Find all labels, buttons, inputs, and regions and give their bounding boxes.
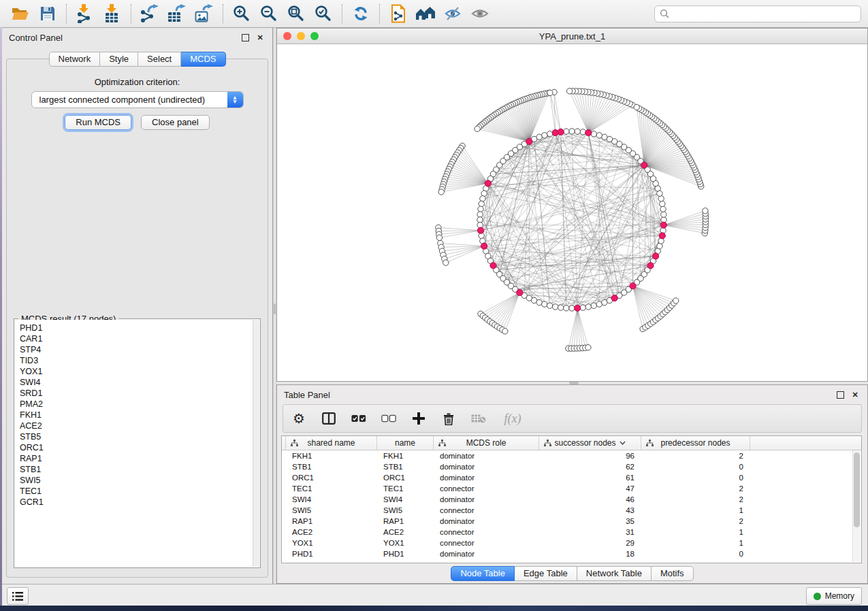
mcds-hub-node[interactable] [575,305,581,311]
export-network-button[interactable] [136,2,163,25]
network-node[interactable] [536,299,542,305]
network-node[interactable] [443,260,449,265]
network-node[interactable] [585,345,591,350]
network-node[interactable] [553,304,558,310]
mcds-result-item[interactable]: PMA2 [20,399,259,410]
network-node[interactable] [547,131,553,137]
network-node[interactable] [477,212,483,217]
mcds-result-item[interactable]: STB1 [20,464,259,475]
network-node[interactable] [591,303,596,308]
mcds-hub-node[interactable] [485,180,491,186]
mcds-hub-node[interactable] [630,283,636,289]
mcds-result-item[interactable]: STB5 [20,431,259,442]
network-graph[interactable] [277,44,867,382]
scrollbar-thumb[interactable] [854,452,860,527]
close-panel-icon[interactable]: ✕ [255,32,266,43]
zoom-out-button[interactable] [255,2,283,25]
mcds-hub-node[interactable] [490,263,496,269]
table-row[interactable]: SWI5SWI5connector431 [282,505,861,516]
show-networks-button[interactable] [412,2,439,25]
mcds-hub-node[interactable] [660,222,666,228]
network-node[interactable] [569,129,575,134]
mcds-result-item[interactable]: YOX1 [20,366,259,377]
tab-style[interactable]: Style [100,52,138,67]
mcds-result-item[interactable]: CAR1 [20,333,259,344]
mcds-result-item[interactable]: RAP1 [20,453,259,464]
run-mcds-button[interactable]: Run MCDS [65,115,131,130]
network-node[interactable] [596,301,602,307]
mcds-hub-node[interactable] [526,138,532,144]
optimization-criterion-select[interactable]: largest connected component (undirected)… [31,91,244,108]
mcds-result-item[interactable]: STP4 [20,344,259,355]
network-node[interactable] [475,126,480,131]
float-panel-icon[interactable] [835,389,846,400]
column-header-predecessor-nodes[interactable]: predecessor nodes [641,436,750,450]
network-node[interactable] [480,196,485,201]
memory-button[interactable]: Memory [806,587,862,605]
mcds-list-scrollbar[interactable] [253,320,259,567]
mcds-hub-node[interactable] [481,243,487,249]
network-node[interactable] [596,133,602,138]
table-settings-button[interactable]: ⚙ [291,411,306,426]
network-node[interactable] [657,244,662,249]
select-all-button[interactable] [351,411,366,426]
table-row[interactable]: PHD1PHD1dominator180 [282,548,861,559]
column-header-successor-nodes[interactable]: successor nodes [539,436,641,450]
network-node[interactable] [569,306,575,311]
mcds-hub-node[interactable] [611,295,617,301]
network-node[interactable] [502,329,508,334]
tab-network[interactable]: Network [48,52,100,67]
network-node[interactable] [436,235,442,240]
network-node[interactable] [477,217,483,222]
export-table-button[interactable] [163,2,191,25]
delete-column-button[interactable] [441,411,456,426]
network-node[interactable] [479,201,484,206]
mcds-hub-node[interactable] [659,233,665,239]
open-button[interactable] [7,2,34,25]
mcds-result-list[interactable]: PHD1CAR1STP4TID3YOX1SWI4SRD1PMA2FKH1ACE2… [15,320,259,567]
mcds-result-item[interactable]: FKH1 [20,410,259,420]
table-row[interactable]: YOX1YOX1connector291 [282,538,861,548]
save-button[interactable] [34,2,61,25]
network-node[interactable] [658,196,664,201]
tab-network-table[interactable]: Network Table [577,566,652,581]
float-panel-icon[interactable] [240,32,251,43]
show-columns-button[interactable] [321,411,336,426]
network-node[interactable] [558,305,564,310]
network-node[interactable] [564,129,569,134]
mcds-hub-node[interactable] [641,162,647,168]
network-node[interactable] [580,129,585,135]
column-header-mcds-role[interactable]: MCDS role [434,436,539,450]
table-row[interactable]: ORC1ORC1dominator610 [282,472,861,483]
table-row[interactable]: RAP1RAP1dominator352 [282,516,861,527]
hide-graphics-button[interactable] [466,2,494,25]
import-table-button[interactable] [99,2,126,25]
network-node[interactable] [566,88,572,94]
export-image-button[interactable] [191,2,218,25]
network-node[interactable] [564,306,569,311]
table-row[interactable]: TEC1TEC1connector472 [282,483,861,494]
network-node[interactable] [481,191,487,196]
search-input[interactable] [669,8,856,19]
column-header-name[interactable]: name [377,436,434,450]
network-node[interactable] [660,206,666,212]
network-node[interactable] [547,90,553,95]
column-header-shared-name[interactable]: shared name [286,436,377,450]
network-node[interactable] [634,104,639,110]
network-node[interactable] [661,212,666,217]
mcds-result-item[interactable]: SWI5 [20,475,259,486]
mcds-result-item[interactable]: TID3 [20,355,259,366]
refresh-button[interactable] [347,2,374,25]
network-node[interactable] [438,189,444,195]
task-history-button[interactable] [7,587,29,605]
network-node[interactable] [602,134,607,139]
mcds-result-item[interactable]: PHD1 [20,323,259,333]
network-node[interactable] [703,208,708,214]
zoom-selected-button[interactable] [310,2,337,25]
mcds-result-item[interactable]: TEC1 [20,486,259,497]
network-node[interactable] [575,129,580,134]
tab-motifs[interactable]: Motifs [652,566,694,581]
mcds-hub-node[interactable] [585,130,592,136]
deselect-all-button[interactable] [381,411,396,426]
table-row[interactable]: ACE2ACE2connector311 [282,527,861,538]
